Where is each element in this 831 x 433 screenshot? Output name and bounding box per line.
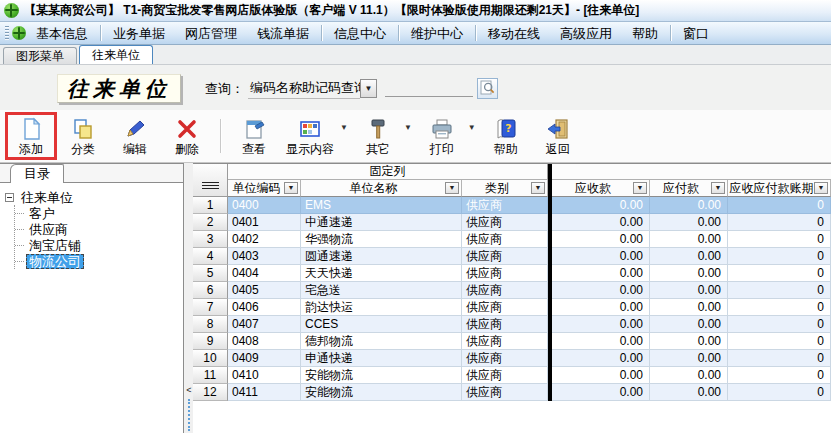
tree-collapse-icon[interactable] bbox=[5, 193, 14, 202]
table-cell[interactable]: 0.00 bbox=[650, 350, 728, 367]
table-cell[interactable]: 0.00 bbox=[650, 214, 728, 231]
column-header[interactable]: 单位编码▼ bbox=[228, 180, 301, 197]
table-cell[interactable]: 0.00 bbox=[552, 333, 650, 350]
table-cell[interactable]: EMS bbox=[301, 197, 462, 214]
table-cell[interactable]: 0 bbox=[728, 333, 831, 350]
toolbar-button[interactable]: ?帮助 bbox=[480, 112, 532, 160]
table-cell[interactable]: 0.00 bbox=[552, 384, 650, 401]
tree-item-label[interactable]: 物流公司 bbox=[26, 254, 84, 269]
table-cell[interactable]: 0405 bbox=[228, 282, 301, 299]
table-cell[interactable]: 0409 bbox=[228, 350, 301, 367]
table-cell[interactable]: 0.00 bbox=[650, 299, 728, 316]
column-filter-button[interactable]: ▼ bbox=[531, 182, 545, 194]
table-cell[interactable]: 0 bbox=[728, 248, 831, 265]
tree-item-label[interactable]: 淘宝店铺 bbox=[26, 238, 84, 253]
table-cell[interactable]: 0406 bbox=[228, 299, 301, 316]
row-number-cell[interactable]: 8 bbox=[193, 316, 228, 333]
table-cell[interactable]: 0408 bbox=[228, 333, 301, 350]
table-cell[interactable]: 供应商 bbox=[462, 265, 548, 282]
table-cell[interactable]: 0.00 bbox=[552, 350, 650, 367]
menu-item[interactable]: 维护中心 bbox=[401, 22, 473, 45]
table-cell[interactable]: 0 bbox=[728, 265, 831, 282]
table-cell[interactable]: 供应商 bbox=[462, 316, 548, 333]
row-number-cell[interactable]: 2 bbox=[193, 214, 228, 231]
table-cell[interactable]: 0 bbox=[728, 214, 831, 231]
menu-item[interactable]: 钱流单据 bbox=[247, 22, 319, 45]
table-cell[interactable]: 0.00 bbox=[552, 231, 650, 248]
column-filter-button[interactable]: ▼ bbox=[814, 182, 828, 194]
table-cell[interactable]: 0.00 bbox=[552, 282, 650, 299]
table-cell[interactable]: 供应商 bbox=[462, 367, 548, 384]
table-cell[interactable]: 天天快递 bbox=[301, 265, 462, 282]
chevron-down-icon[interactable]: ▼ bbox=[340, 123, 348, 132]
toolbar-button[interactable]: 其它 bbox=[352, 112, 404, 160]
sidebar-tab-directory[interactable]: 目录 bbox=[10, 164, 64, 183]
table-cell[interactable]: CCES bbox=[301, 316, 462, 333]
toolbar-button[interactable]: 删除 bbox=[161, 112, 213, 160]
table-cell[interactable]: 0 bbox=[728, 384, 831, 401]
table-cell[interactable]: 圆通速递 bbox=[301, 248, 462, 265]
row-number-cell[interactable]: 4 bbox=[193, 248, 228, 265]
row-number-cell[interactable]: 1 bbox=[193, 197, 228, 214]
table-cell[interactable]: 供应商 bbox=[462, 384, 548, 401]
tree-root-label[interactable]: 往来单位 bbox=[18, 190, 76, 205]
table-cell[interactable]: 中通速递 bbox=[301, 214, 462, 231]
table-cell[interactable]: 供应商 bbox=[462, 333, 548, 350]
tab-graphic-menu[interactable]: 图形菜单 bbox=[3, 47, 77, 64]
table-cell[interactable]: 0.00 bbox=[650, 367, 728, 384]
column-header[interactable]: 应付款▼ bbox=[650, 180, 728, 197]
table-cell[interactable]: 0.00 bbox=[552, 316, 650, 333]
collapse-left-icon[interactable]: < bbox=[185, 383, 193, 397]
menu-item[interactable]: 高级应用 bbox=[550, 22, 622, 45]
table-cell[interactable]: 0411 bbox=[228, 384, 301, 401]
menu-item[interactable]: 帮助 bbox=[622, 22, 668, 45]
tree-item[interactable]: 供应商 bbox=[15, 221, 181, 237]
column-filter-button[interactable]: ▼ bbox=[633, 182, 647, 194]
tab-contact-units[interactable]: 往来单位 bbox=[79, 45, 153, 64]
table-cell[interactable]: 0 bbox=[728, 367, 831, 384]
table-cell[interactable]: 0.00 bbox=[650, 333, 728, 350]
table-cell[interactable]: 0.00 bbox=[650, 282, 728, 299]
table-cell[interactable]: 0402 bbox=[228, 231, 301, 248]
table-cell[interactable]: 供应商 bbox=[462, 350, 548, 367]
table-cell[interactable]: 韵达快运 bbox=[301, 299, 462, 316]
toolbar-button[interactable]: 返回 bbox=[532, 112, 584, 160]
table-cell[interactable]: 供应商 bbox=[462, 197, 548, 214]
table-cell[interactable]: 0.00 bbox=[552, 367, 650, 384]
column-filter-button[interactable]: ▼ bbox=[445, 182, 459, 194]
chevron-down-icon[interactable]: ▼ bbox=[404, 123, 412, 132]
toolbar-button[interactable]: 添加 bbox=[5, 112, 57, 160]
search-button[interactable] bbox=[477, 78, 498, 99]
table-cell[interactable]: 0.00 bbox=[650, 316, 728, 333]
query-mode-combobox[interactable]: 编码名称助记码查询 ▼ bbox=[248, 78, 377, 99]
row-number-cell[interactable]: 7 bbox=[193, 299, 228, 316]
tree-item-label[interactable]: 供应商 bbox=[26, 222, 71, 237]
table-cell[interactable]: 德邦物流 bbox=[301, 333, 462, 350]
chevron-down-icon[interactable]: ▼ bbox=[468, 123, 476, 132]
table-cell[interactable]: 供应商 bbox=[462, 231, 548, 248]
table-cell[interactable]: 0 bbox=[728, 231, 831, 248]
table-cell[interactable]: 0 bbox=[728, 282, 831, 299]
table-cell[interactable]: 0 bbox=[728, 299, 831, 316]
table-cell[interactable]: 安能物流 bbox=[301, 367, 462, 384]
menu-item[interactable]: 信息中心 bbox=[324, 22, 396, 45]
table-cell[interactable]: 申通快递 bbox=[301, 350, 462, 367]
table-cell[interactable]: 0.00 bbox=[650, 265, 728, 282]
table-cell[interactable]: 0.00 bbox=[552, 197, 650, 214]
menu-item[interactable]: 移动在线 bbox=[478, 22, 550, 45]
table-cell[interactable]: 供应商 bbox=[462, 214, 548, 231]
table-cell[interactable]: 0 bbox=[728, 316, 831, 333]
toolbar-button[interactable]: 显示内容 bbox=[280, 112, 340, 160]
table-cell[interactable]: 0403 bbox=[228, 248, 301, 265]
table-cell[interactable]: 0400 bbox=[228, 197, 301, 214]
table-cell[interactable]: 0.00 bbox=[650, 248, 728, 265]
table-cell[interactable]: 0.00 bbox=[552, 299, 650, 316]
row-number-cell[interactable]: 10 bbox=[193, 350, 228, 367]
toolbar-button[interactable]: 打印 bbox=[416, 112, 468, 160]
row-number-cell[interactable]: 3 bbox=[193, 231, 228, 248]
column-header[interactable]: 应收款▼ bbox=[552, 180, 650, 197]
menu-item[interactable]: 业务单据 bbox=[103, 22, 175, 45]
table-cell[interactable]: 华强物流 bbox=[301, 231, 462, 248]
tree-root-item[interactable]: 往来单位 bbox=[5, 189, 181, 205]
column-header[interactable]: 类别▼ bbox=[462, 180, 548, 197]
